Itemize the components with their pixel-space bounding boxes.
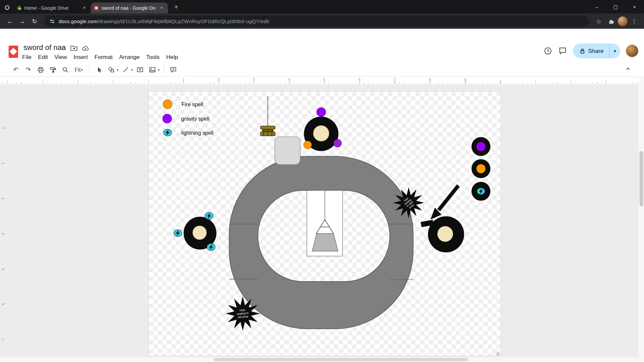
line-tool-icon[interactable] — [120, 65, 131, 74]
redo-icon[interactable]: ↷ — [23, 65, 34, 74]
page-resize-handle[interactable] — [496, 352, 500, 356]
url-text: docs.google.com/drawings/d/1U3Ls4N6jF9qW… — [59, 18, 269, 24]
legend: Fire spell gravity spell lightning spell — [163, 100, 213, 136]
scrollbar-corner — [639, 357, 644, 362]
browser-navbar: ← → ↻ docs.google.com/drawings/d/1U3Ls4N… — [0, 13, 644, 28]
legend-gravity-swatch[interactable] — [163, 114, 172, 123]
url-path: /drawings/d/1U3Ls4N6jF9qWlb6QLpZWnRsyOFD… — [98, 18, 269, 24]
window-close-icon[interactable]: × — [625, 0, 644, 13]
horizontal-scrollbar[interactable] — [0, 357, 639, 362]
extensions-icon[interactable] — [605, 15, 617, 27]
legend-gravity-label[interactable]: gravity spell — [181, 116, 209, 122]
fire-orb — [476, 164, 485, 173]
spell-column[interactable] — [472, 137, 490, 201]
account-avatar[interactable] — [626, 45, 638, 57]
forward-icon[interactable]: → — [16, 15, 28, 27]
menu-help[interactable]: Help — [163, 53, 181, 62]
chevron-down-icon: ▾ — [81, 68, 83, 72]
print-icon[interactable] — [35, 65, 46, 74]
lightning-icon — [205, 213, 213, 220]
menu-view[interactable]: View — [51, 53, 70, 62]
center-pillar[interactable] — [307, 190, 343, 256]
back-icon[interactable]: ← — [4, 15, 15, 27]
chevron-down-icon: ▾ — [158, 68, 160, 72]
vertical-scrollbar[interactable] — [639, 77, 644, 357]
lightning-icon — [477, 188, 485, 195]
drawing-toolbar: ↶ ↷ Fit ▾ — [0, 64, 644, 75]
tab-search-icon[interactable] — [5, 5, 9, 10]
menu-insert[interactable]: Insert — [70, 53, 91, 62]
boss-top[interactable] — [304, 108, 342, 151]
star-document-icon[interactable]: ☆ — [61, 44, 66, 52]
text-box-icon[interactable] — [135, 65, 145, 74]
lightning-icon[interactable] — [163, 129, 171, 136]
menu-arrange[interactable]: Arrange — [116, 53, 143, 62]
canvas-area[interactable]: 1 2 3 4 5 6 7 — [0, 84, 644, 362]
move-to-folder-icon[interactable] — [70, 45, 78, 51]
legend-lightning-label[interactable]: lightning spell — [181, 130, 213, 136]
browser-titlebar: Home - Google Drive × sword of naa - Goo… — [0, 0, 644, 13]
document-title[interactable]: sword of naa — [23, 44, 66, 52]
shapes-tool-icon[interactable] — [106, 65, 116, 74]
tab-close-icon[interactable]: × — [159, 5, 165, 11]
vertical-scroll-thumb[interactable] — [640, 151, 643, 206]
menu-file[interactable]: File — [19, 53, 35, 62]
gravity-orb-2 — [334, 139, 341, 147]
zoom-select[interactable]: Fit ▾ — [72, 65, 86, 74]
share-dropdown[interactable]: ▾ — [609, 44, 620, 58]
horizontal-ruler: 1 2 3 4 5 6 7 8 9 — [0, 77, 644, 84]
screen: Home - Google Drive × sword of naa - Goo… — [0, 0, 644, 362]
drawings-favicon — [94, 6, 98, 10]
menu-bar: File Edit View Insert Format Arrange Too… — [19, 53, 181, 62]
share-button[interactable]: Share — [573, 44, 609, 58]
kebab-menu-icon[interactable]: ⋮ — [628, 15, 640, 27]
chevron-down-icon: ▾ — [614, 48, 616, 54]
insert-comment-icon[interactable] — [168, 65, 178, 74]
cloud-saved-icon[interactable] — [82, 45, 90, 51]
chandelier[interactable] — [260, 96, 275, 136]
zoom-value: Fit — [75, 67, 81, 73]
drawings-app-icon[interactable] — [9, 46, 18, 58]
site-info-icon[interactable] — [49, 18, 55, 24]
url-host: docs.google.com — [59, 18, 98, 24]
horizontal-scroll-thumb[interactable] — [214, 358, 468, 361]
menu-edit[interactable]: Edit — [35, 53, 51, 62]
window-maximize-icon[interactable]: ▢ — [606, 0, 625, 13]
collapse-toolbar-icon[interactable] — [624, 65, 632, 74]
tab-title: sword of naa - Google Drawing — [101, 6, 156, 11]
boss-left[interactable] — [174, 213, 216, 251]
tab-drawing-active[interactable]: sword of naa - Google Drawing × — [91, 2, 168, 13]
tab-drive-home[interactable]: Home - Google Drive × — [13, 2, 91, 13]
paint-format-icon[interactable] — [48, 65, 58, 74]
drawing-page[interactable]: Hole leading to right array Hole leading… — [148, 91, 501, 356]
lightning-icon — [207, 244, 215, 251]
reload-icon[interactable]: ↻ — [29, 15, 40, 27]
tab-close-icon[interactable]: × — [81, 5, 87, 11]
drawing-svg: Hole leading to right array Hole leading… — [149, 92, 501, 357]
gravity-orb — [476, 142, 485, 151]
chevron-down-icon: ▾ — [117, 68, 118, 72]
bookmark-star-icon[interactable]: ☆ — [593, 15, 604, 27]
address-bar[interactable]: docs.google.com/drawings/d/1U3Ls4N6jF9qW… — [44, 16, 589, 27]
menu-format[interactable]: Format — [91, 53, 116, 62]
share-label: Share — [588, 48, 604, 54]
lightning-icon — [174, 230, 182, 237]
undo-icon[interactable]: ↶ — [11, 65, 21, 74]
new-tab-button[interactable]: + — [172, 4, 180, 11]
lock-icon — [580, 48, 585, 54]
menu-tools[interactable]: Tools — [143, 53, 163, 62]
gravity-orb — [317, 108, 326, 117]
legend-fire-swatch[interactable] — [163, 100, 172, 109]
legend-fire-label[interactable]: Fire spell — [181, 102, 203, 107]
comments-icon[interactable] — [558, 46, 567, 55]
boss-right[interactable] — [428, 216, 464, 252]
tab-title: Home - Google Drive — [24, 6, 78, 11]
browser-profile-avatar[interactable] — [618, 16, 628, 26]
top-door[interactable] — [275, 137, 300, 165]
insert-image-icon[interactable] — [147, 65, 158, 74]
select-tool-icon[interactable] — [94, 65, 104, 74]
zoom-icon[interactable] — [60, 65, 70, 74]
fire-orb — [304, 141, 312, 149]
window-minimize-icon[interactable]: – — [587, 0, 606, 13]
version-history-icon[interactable] — [543, 46, 552, 55]
